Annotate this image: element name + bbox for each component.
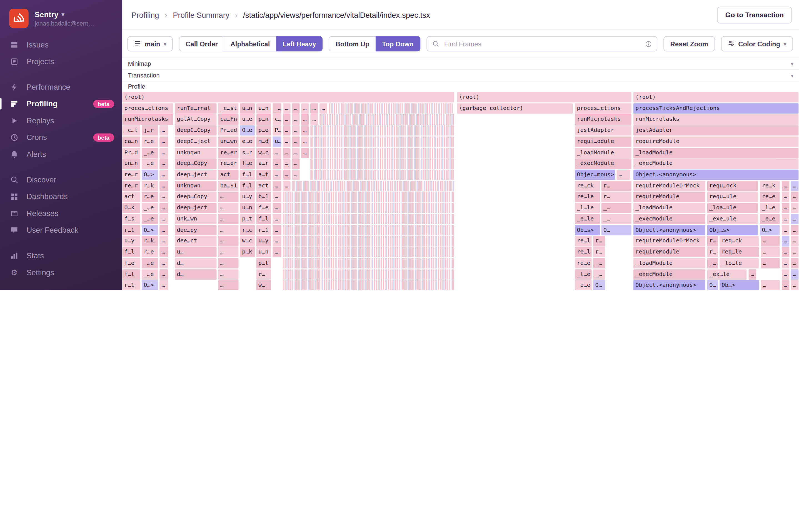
flame-frame[interactable]: … <box>273 170 281 180</box>
flame-frame[interactable]: re…er <box>218 158 238 169</box>
flame-frame[interactable] <box>310 170 454 180</box>
flame-frame[interactable] <box>283 192 454 202</box>
flame-frame[interactable]: … <box>782 192 789 202</box>
flame-frame[interactable]: re…l <box>575 247 592 258</box>
flame-frame[interactable]: _… <box>601 203 631 213</box>
flame-frame[interactable]: r… <box>593 247 605 258</box>
flame-frame[interactable]: runMicrotasks <box>122 114 173 125</box>
flame-frame[interactable]: runMicrotasks <box>575 114 631 125</box>
flame-frame[interactable]: u…n <box>240 203 255 213</box>
flame-frame[interactable]: O… <box>707 280 718 290</box>
flame-frame[interactable]: requireModuleOrMock <box>633 181 705 191</box>
flame-frame[interactable]: r…e <box>142 136 158 147</box>
flame-frame[interactable]: … <box>218 247 238 258</box>
flame-frame[interactable]: O…> <box>142 280 158 290</box>
flame-frame[interactable]: _loadModule <box>633 203 705 213</box>
flame-frame[interactable]: unk…wn <box>175 214 216 224</box>
reset-zoom-button[interactable]: Reset Zoom <box>664 36 715 51</box>
sidebar-item-projects[interactable]: Projects <box>0 53 122 70</box>
flame-frame[interactable]: re…l <box>575 236 592 246</box>
flame-frame[interactable]: … <box>273 158 281 169</box>
flame-frame[interactable]: … <box>218 236 238 246</box>
flame-frame[interactable]: … <box>160 148 168 158</box>
flame-frame[interactable]: … <box>791 280 798 290</box>
sidebar-item-replays[interactable]: Replays <box>0 112 122 129</box>
flame-frame[interactable]: re…e <box>575 258 592 268</box>
flame-frame[interactable]: _c…st <box>218 103 238 114</box>
go-to-transaction-button[interactable]: Go to Transaction <box>717 6 792 23</box>
flame-frame[interactable]: requireModule <box>633 192 705 202</box>
flame-frame[interactable]: _… <box>593 269 605 279</box>
flame-frame[interactable]: req…ck <box>720 236 758 246</box>
flame-frame[interactable]: … <box>292 103 299 114</box>
flame-frame[interactable]: _…e <box>142 158 158 169</box>
left-heavy-button[interactable]: Left Heavy <box>276 36 322 51</box>
flame-frame[interactable]: m…d <box>256 136 271 147</box>
flame-frame[interactable]: p…n <box>256 114 271 125</box>
flame-frame[interactable]: deep…ject <box>175 170 216 180</box>
flame-frame[interactable]: … <box>160 181 168 191</box>
flame-frame[interactable]: … <box>283 103 290 114</box>
flame-frame[interactable]: requireModule <box>633 247 705 258</box>
flame-frame[interactable]: O… <box>593 280 605 290</box>
flame-frame[interactable]: a…t <box>256 170 271 180</box>
flame-frame[interactable]: _… <box>273 103 281 114</box>
flame-frame[interactable]: … <box>782 225 789 235</box>
section-header-minimap[interactable]: Minimap▾ <box>122 58 799 70</box>
flame-frame[interactable]: r… <box>601 181 631 191</box>
flame-frame[interactable]: … <box>301 103 309 114</box>
flame-frame[interactable]: j…r <box>142 126 158 136</box>
flame-frame[interactable]: … <box>218 203 238 213</box>
flame-frame[interactable]: _…e <box>142 214 158 224</box>
flame-frame[interactable]: _… <box>707 258 718 268</box>
flame-frame[interactable]: … <box>273 247 281 258</box>
flame-frame[interactable]: … <box>782 236 789 246</box>
flame-frame[interactable]: … <box>791 181 798 191</box>
flame-frame[interactable]: re…r <box>122 181 140 191</box>
flame-frame[interactable] <box>310 126 454 136</box>
flame-frame[interactable]: … <box>292 126 299 136</box>
flame-frame[interactable]: _execModule <box>633 214 705 224</box>
flame-frame[interactable]: act <box>256 181 271 191</box>
flame-frame[interactable]: … <box>782 247 789 258</box>
flame-frame[interactable]: _e…e <box>575 280 592 290</box>
flame-frame[interactable]: f…e <box>122 258 140 268</box>
flame-frame[interactable]: (root) <box>457 92 631 102</box>
flame-frame[interactable]: _…e <box>142 269 158 279</box>
flame-frame[interactable]: … <box>791 192 798 202</box>
flame-frame[interactable]: … <box>273 192 281 202</box>
color-coding-select[interactable]: Color Coding ▾ <box>721 36 793 51</box>
flame-frame[interactable] <box>283 247 454 258</box>
flame-frame[interactable]: … <box>292 158 299 169</box>
flame-frame[interactable]: p…e <box>256 126 271 136</box>
flame-frame[interactable]: (garbage collector) <box>457 103 572 114</box>
sidebar-item-performance[interactable]: Performance <box>0 78 122 95</box>
flame-frame[interactable]: … <box>283 170 290 180</box>
flame-frame[interactable]: … <box>782 214 789 224</box>
flame-frame[interactable] <box>319 114 454 125</box>
flame-frame[interactable]: … <box>160 280 168 290</box>
flame-frame[interactable]: Pr…d <box>122 148 140 158</box>
flame-frame[interactable]: … <box>160 269 168 279</box>
flame-frame[interactable]: … <box>283 126 290 136</box>
flame-frame[interactable]: r…1 <box>122 225 140 235</box>
flame-frame[interactable]: r… <box>707 236 718 246</box>
flame-frame[interactable]: f…l <box>256 214 271 224</box>
flame-frame[interactable]: O…> <box>760 225 780 235</box>
flame-frame[interactable]: … <box>273 181 281 191</box>
flame-frame[interactable]: un…n <box>122 158 140 169</box>
flame-frame[interactable]: u…y <box>256 236 271 246</box>
flame-frame[interactable]: re…k <box>760 181 780 191</box>
flame-frame[interactable]: r…1 <box>122 280 140 290</box>
flame-frame[interactable] <box>283 269 454 279</box>
flame-frame[interactable]: un…wn <box>218 136 238 147</box>
flame-frame[interactable]: f…l <box>122 247 140 258</box>
flame-frame[interactable]: _l…e <box>575 269 592 279</box>
flame-frame[interactable]: O…> <box>142 170 158 180</box>
flame-frame[interactable]: (root) <box>633 92 798 102</box>
flame-frame[interactable]: re…ck <box>575 181 599 191</box>
flame-frame[interactable] <box>283 225 454 235</box>
flame-frame[interactable]: e…e <box>240 136 255 147</box>
flame-frame[interactable]: r…1 <box>256 225 271 235</box>
flame-frame[interactable]: _l…e <box>760 203 780 213</box>
